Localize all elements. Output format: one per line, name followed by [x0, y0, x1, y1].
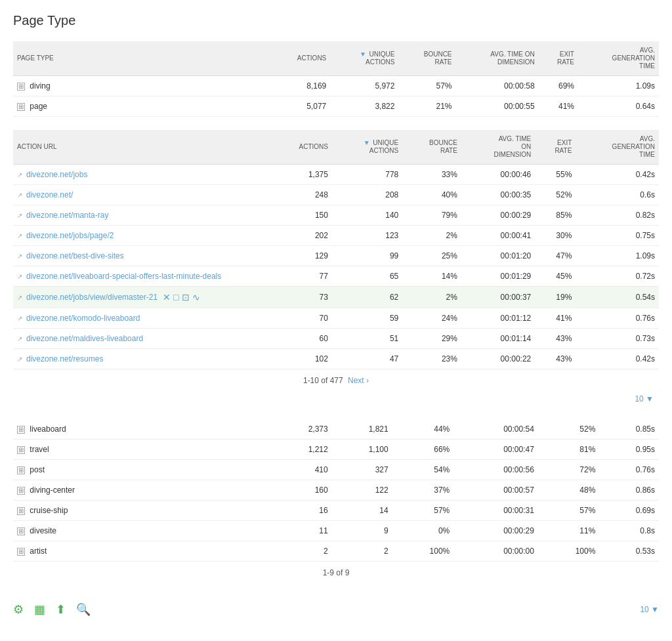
cell-avg-time: 00:00:35 — [461, 185, 535, 205]
cell-avg-time: 00:00:47 — [453, 440, 538, 460]
cell-exit-rate: 85% — [535, 205, 576, 226]
table-row: ↗ divezone.net/jobs 1,375 778 33% 00:00:… — [13, 165, 659, 185]
cell-avg-gen-time: 0.75s — [576, 226, 659, 246]
bottom-pagination: 1-9 of 9 — [13, 562, 659, 584]
delete-icon[interactable]: ✕ — [163, 292, 171, 302]
table-row: ⊞ travel 1,212 1,100 66% 00:00:47 81% 0.… — [13, 440, 659, 460]
cell-actions: 8,169 — [272, 76, 331, 96]
cell-unique-actions: 59 — [332, 308, 402, 329]
table-row: ↗ divezone.net/manta-ray 150 140 79% 00:… — [13, 205, 659, 226]
cell-url: ↗ divezone.net/ — [13, 185, 272, 205]
bottom-toolbar: ⚙ ▦ ⬆ 🔍 10 ▼ — [13, 597, 659, 622]
url-link[interactable]: divezone.net/ — [26, 190, 73, 199]
cell-exit-rate: 100% — [538, 541, 600, 562]
table-row: ↗ divezone.net/ 248 208 40% 00:00:35 52%… — [13, 185, 659, 205]
expand-icon[interactable]: ⊞ — [17, 103, 25, 111]
cell-avg-time: 00:00:29 — [461, 205, 535, 226]
cell-page-type: ⊞ post — [13, 460, 272, 480]
settings-icon[interactable]: ⚙ — [13, 602, 24, 617]
cell-avg-gen-time: 0.86s — [599, 480, 659, 501]
expand-icon[interactable]: ⊞ — [17, 548, 25, 556]
cell-url: ↗ divezone.net/liveaboard-special-offers… — [13, 266, 272, 287]
link-icon: ↗ — [17, 294, 24, 300]
export-icon[interactable]: ⬆ — [56, 602, 66, 617]
cell-actions: 129 — [272, 246, 332, 266]
url-link[interactable]: divezone.net/manta-ray — [26, 211, 108, 220]
comment-icon[interactable]: □ — [173, 292, 178, 302]
chart-icon[interactable]: ∿ — [192, 292, 200, 302]
cell-avg-time: 00:00:37 — [461, 287, 535, 308]
link-icon: ↗ — [17, 273, 24, 279]
top-table-header: PAGE TYPE ACTIONS ▼ UNIQUEACTIONS BOUNCE… — [13, 41, 659, 76]
url-link[interactable]: divezone.net/maldives-liveaboard — [26, 334, 143, 343]
expand-icon[interactable]: ⊞ — [17, 83, 25, 91]
url-link[interactable]: divezone.net/best-dive-sites — [26, 251, 124, 260]
cell-url: ↗ divezone.net/manta-ray — [13, 205, 272, 226]
sort-arrow-icon-url: ▼ — [364, 139, 370, 146]
table-row: ⊞ diving-center 160 122 37% 00:00:57 48%… — [13, 480, 659, 501]
expand-icon[interactable]: ⊞ — [17, 446, 25, 454]
cell-unique-actions: 47 — [332, 349, 402, 369]
url-link[interactable]: divezone.net/jobs/view/divemaster-21 — [26, 293, 158, 302]
table-row: ↗ divezone.net/komodo-liveaboard 70 59 2… — [13, 308, 659, 329]
cell-actions: 5,077 — [272, 96, 331, 117]
expand-icon[interactable]: ⊞ — [17, 527, 25, 535]
cell-actions: 70 — [272, 308, 332, 329]
cell-exit-rate: 43% — [535, 349, 576, 369]
cell-avg-time: 00:00:41 — [461, 226, 535, 246]
cell-avg-gen-time: 0.69s — [599, 501, 659, 521]
search-icon[interactable]: 🔍 — [76, 602, 91, 617]
table-row: ↗ divezone.net/resumes 102 47 23% 00:00:… — [13, 349, 659, 369]
table-icon[interactable]: ▦ — [34, 602, 45, 617]
cell-avg-gen-time: 1.09s — [576, 246, 659, 266]
link-icon: ↗ — [17, 192, 24, 198]
cell-avg-time: 00:00:56 — [453, 460, 538, 480]
url-row-count[interactable]: 10 ▼ — [13, 392, 659, 406]
url-link[interactable]: divezone.net/jobs — [26, 170, 87, 179]
url-link[interactable]: divezone.net/resumes — [26, 354, 103, 363]
cell-unique-actions: 123 — [332, 226, 402, 246]
cell-url: ↗ divezone.net/jobs/view/divemaster-21 ✕… — [13, 287, 272, 308]
expand-icon[interactable]: ⊞ — [17, 487, 25, 495]
bottom-row-count[interactable]: 10 ▼ — [640, 605, 659, 614]
cell-unique-actions: 99 — [332, 246, 402, 266]
table-row: ↗ divezone.net/jobs/page/2 202 123 2% 00… — [13, 226, 659, 246]
link-icon: ↗ — [17, 335, 24, 342]
cell-page-type: ⊞ divesite — [13, 521, 272, 541]
bottom-table: ⊞ liveaboard 2,373 1,821 44% 00:00:54 52… — [13, 419, 659, 562]
table-row: ⊞ liveaboard 2,373 1,821 44% 00:00:54 52… — [13, 419, 659, 440]
cell-avg-time: 00:00:29 — [453, 521, 538, 541]
col-page-type: PAGE TYPE — [13, 41, 272, 76]
cell-actions: 77 — [272, 266, 332, 287]
col-exit-rate-url: EXITRATE — [535, 130, 576, 165]
cell-url: ↗ divezone.net/maldives-liveaboard — [13, 329, 272, 349]
cell-exit-rate: 11% — [538, 521, 600, 541]
col-action-url: ACTION URL — [13, 130, 272, 165]
link-icon: ↗ — [17, 356, 24, 362]
cell-exit-rate: 30% — [535, 226, 576, 246]
url-pagination: 1-10 of 477 Next › — [13, 369, 659, 392]
next-link[interactable]: Next › — [348, 376, 369, 385]
pagination-range: 1-10 of 477 — [303, 376, 343, 385]
link-icon: ↗ — [17, 315, 24, 321]
url-link[interactable]: divezone.net/komodo-liveaboard — [26, 314, 140, 323]
cell-exit-rate: 45% — [535, 266, 576, 287]
table-row: ↗ divezone.net/maldives-liveaboard 60 51… — [13, 329, 659, 349]
cell-unique-actions: 9 — [332, 521, 392, 541]
url-link[interactable]: divezone.net/jobs/page/2 — [26, 231, 114, 240]
cell-avg-gen-time: 0.6s — [576, 185, 659, 205]
cell-unique-actions: 778 — [332, 165, 402, 185]
url-link[interactable]: divezone.net/liveaboard-special-offers-l… — [26, 272, 221, 281]
cell-bounce-rate: 33% — [402, 165, 461, 185]
cell-unique-actions: 327 — [332, 460, 392, 480]
cell-page-type: ⊞ cruise-ship — [13, 501, 272, 521]
image-icon[interactable]: ⊡ — [182, 292, 190, 302]
expand-icon[interactable]: ⊞ — [17, 466, 25, 474]
expand-icon[interactable]: ⊞ — [17, 426, 25, 434]
expand-icon[interactable]: ⊞ — [17, 507, 25, 515]
cell-exit-rate: 19% — [535, 287, 576, 308]
cell-avg-gen-time: 0.53s — [599, 541, 659, 562]
table-row: ↗ divezone.net/jobs/view/divemaster-21 ✕… — [13, 287, 659, 308]
cell-avg-gen-time: 0.8s — [599, 521, 659, 541]
col-avg-gen-time-url: AVG.GENERATIONTIME — [576, 130, 659, 165]
